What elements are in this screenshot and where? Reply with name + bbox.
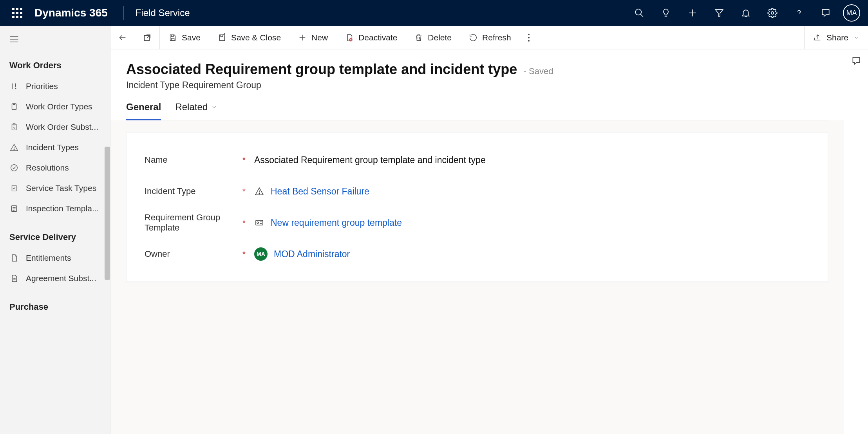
svg-point-12 <box>15 88 16 89</box>
right-pane-toggle[interactable] <box>844 49 868 434</box>
nav-label: Work Order Subst... <box>26 122 98 132</box>
field-label: Requirement Group Template <box>145 212 242 233</box>
save-button[interactable]: Save <box>160 26 209 49</box>
svg-point-19 <box>11 165 18 171</box>
form-header: Associated Requirement group template an… <box>110 49 844 120</box>
site-map: Work Orders Priorities Work Order Types … <box>0 26 110 434</box>
brand-name[interactable]: Dynamics 365 <box>34 7 108 19</box>
plus-icon <box>298 33 307 42</box>
field-name: Name * Associated Requirement group temp… <box>145 144 810 176</box>
save-state: - Saved <box>524 66 553 76</box>
user-avatar[interactable]: MA <box>843 4 860 22</box>
save-close-label: Save & Close <box>231 33 281 42</box>
nav-item-work-order-substatus[interactable]: Work Order Subst... <box>0 117 110 137</box>
svg-point-40 <box>528 34 530 35</box>
name-input[interactable]: Associated Requirement group template an… <box>254 155 810 165</box>
waffle-icon <box>12 8 22 18</box>
svg-point-0 <box>635 9 641 15</box>
nav-label: Entitlements <box>26 253 71 263</box>
nav-item-work-order-types[interactable]: Work Order Types <box>0 96 110 117</box>
refresh-label: Refresh <box>482 33 511 42</box>
svg-point-42 <box>528 40 530 42</box>
share-button[interactable]: Share <box>805 26 868 49</box>
requirement-group-lookup[interactable]: New requirement group template <box>254 218 810 228</box>
nav-item-resolutions[interactable]: Resolutions <box>0 158 110 178</box>
search-icon[interactable] <box>626 0 653 26</box>
filter-icon[interactable] <box>706 0 732 26</box>
svg-line-29 <box>147 35 150 37</box>
required-indicator: * <box>242 250 254 259</box>
owner-lookup[interactable]: MA MOD Administrator <box>254 247 810 261</box>
tab-general[interactable]: General <box>126 102 161 120</box>
refresh-button[interactable]: Refresh <box>460 26 520 49</box>
svg-point-41 <box>528 37 530 38</box>
app-launcher[interactable] <box>8 0 27 26</box>
save-close-button[interactable]: Save & Close <box>209 26 289 49</box>
deactivate-button[interactable]: Deactivate <box>336 26 406 49</box>
sitemap-toggle[interactable] <box>2 31 26 47</box>
required-indicator: * <box>242 187 254 196</box>
open-new-window-button[interactable] <box>135 26 159 49</box>
nav-item-entitlements[interactable]: Entitlements <box>0 248 110 268</box>
nav-label: Agreement Subst... <box>26 274 96 283</box>
clipboard-icon <box>9 102 19 111</box>
entity-name: Incident Type Requirement Group <box>126 80 828 91</box>
share-label: Share <box>826 33 848 42</box>
nav-item-inspection-templates[interactable]: Inspection Templa... <box>0 198 110 219</box>
new-label: New <box>311 33 328 42</box>
nav-item-service-task-types[interactable]: Service Task Types <box>0 178 110 198</box>
back-button[interactable] <box>110 26 135 49</box>
nav-item-priorities[interactable]: Priorities <box>0 76 110 96</box>
svg-line-1 <box>640 14 643 17</box>
form-body: Name * Associated Requirement group temp… <box>110 120 844 434</box>
task-badge-icon <box>9 183 19 193</box>
nav-scrollbar[interactable] <box>105 147 110 280</box>
nav-label: Work Order Types <box>26 102 92 111</box>
gear-icon[interactable] <box>759 0 786 26</box>
nav-label: Resolutions <box>26 163 69 173</box>
clipboard-edit-icon <box>9 122 19 132</box>
lightbulb-icon[interactable] <box>653 0 679 26</box>
field-requirement-group-template: Requirement Group Template * New require… <box>145 207 810 238</box>
trash-icon <box>414 33 423 42</box>
svg-line-37 <box>350 39 352 41</box>
nav-label: Service Task Types <box>26 183 96 193</box>
new-button[interactable]: New <box>289 26 336 49</box>
doc-outline-icon <box>9 253 19 263</box>
form-tabs: General Related <box>126 102 828 120</box>
delete-button[interactable]: Delete <box>406 26 460 49</box>
field-label: Owner <box>145 249 242 259</box>
help-icon[interactable] <box>786 0 812 26</box>
warning-icon <box>9 143 19 152</box>
add-icon[interactable] <box>679 0 706 26</box>
priority-icon <box>9 82 19 91</box>
list-icon <box>9 204 19 213</box>
deactivate-label: Deactivate <box>358 33 397 42</box>
field-label: Name <box>145 155 242 165</box>
save-icon <box>168 33 177 42</box>
save-close-icon <box>218 33 226 42</box>
incident-type-lookup[interactable]: Heat Bed Sensor Failure <box>254 186 810 197</box>
svg-marker-4 <box>715 9 723 16</box>
required-indicator: * <box>242 156 254 165</box>
checkmark-circle-icon <box>9 163 19 173</box>
nav-section-work-orders: Work Orders <box>0 55 110 76</box>
bell-icon[interactable] <box>732 0 759 26</box>
nav-item-agreement-substatus[interactable]: Agreement Subst... <box>0 268 110 289</box>
svg-rect-32 <box>221 35 223 36</box>
nav-section-service-delivery: Service Delivery <box>0 227 110 248</box>
command-bar: Save Save & Close New Deactivate Delete <box>110 26 868 49</box>
record-title: Associated Requirement group template an… <box>126 61 517 77</box>
save-label: Save <box>182 33 201 42</box>
assistant-icon[interactable] <box>812 0 839 26</box>
delete-label: Delete <box>428 33 452 42</box>
svg-point-47 <box>257 222 259 223</box>
tab-related[interactable]: Related <box>175 102 218 120</box>
nav-item-incident-types[interactable]: Incident Types <box>0 137 110 158</box>
general-section: Name * Associated Requirement group temp… <box>126 132 828 282</box>
overflow-menu[interactable] <box>520 33 538 42</box>
nav-label: Priorities <box>26 82 58 91</box>
app-name[interactable]: Field Service <box>136 7 190 18</box>
chat-icon <box>851 56 861 66</box>
field-label: Incident Type <box>145 186 242 196</box>
